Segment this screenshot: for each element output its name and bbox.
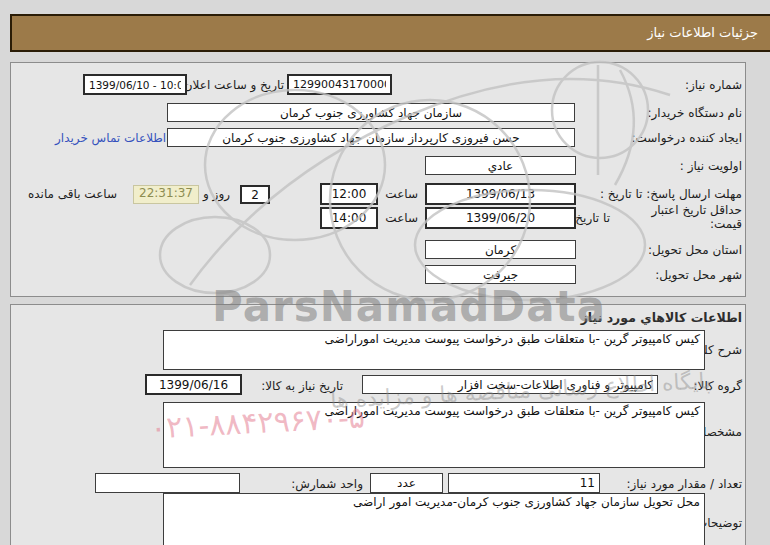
request-creator-label: ایجاد کننده درخواست: bbox=[631, 131, 742, 145]
countdown-label: ساعت باقی مانده bbox=[28, 187, 117, 201]
page: { "header": { "title": "جزئیات اطلاعات ن… bbox=[0, 0, 770, 545]
unit-input[interactable] bbox=[370, 473, 443, 493]
reply-deadline-label: مهلت ارسال پاسخ: تا تاریخ : bbox=[600, 187, 742, 201]
announce-datetime-input[interactable] bbox=[83, 74, 187, 95]
priority-label: اولویت نیاز : bbox=[680, 159, 742, 173]
city-label: شهر محل تحویل: bbox=[655, 268, 742, 282]
goods-group-label: گروه کالا: bbox=[694, 379, 743, 393]
city-input[interactable] bbox=[425, 265, 576, 284]
unit-extra-input[interactable] bbox=[95, 473, 240, 493]
buyer-notes-textarea[interactable]: محل تحویل سازمان جهاد کشاورزی جنوب کرمان… bbox=[163, 493, 705, 545]
unit-label: واحد شمارش: bbox=[291, 477, 363, 491]
buyer-org-label: نام دستگاه خریدار: bbox=[648, 106, 743, 120]
goods-group-input[interactable] bbox=[362, 375, 658, 394]
request-creator-input[interactable] bbox=[167, 128, 575, 147]
reply-deadline-hour-label: ساعت bbox=[385, 187, 418, 201]
general-desc-textarea[interactable]: کیس کامپیوتر گرین -با متعلقات طبق درخواس… bbox=[163, 330, 705, 370]
priority-input[interactable] bbox=[425, 156, 576, 175]
price-validity-hour-label: ساعت bbox=[385, 211, 418, 225]
reply-deadline-time-input[interactable] bbox=[320, 183, 378, 205]
countdown-timer: 22:31:37 bbox=[133, 185, 199, 204]
need-date-label: تاریخ نیاز به کالا: bbox=[261, 379, 343, 393]
province-label: استان محل تحویل: bbox=[648, 243, 742, 257]
price-validity-date-input[interactable] bbox=[425, 207, 576, 229]
quantity-label: تعداد / مقدار مورد نیاز: bbox=[626, 477, 742, 491]
price-validity-time-input[interactable] bbox=[320, 207, 378, 229]
quantity-input[interactable] bbox=[448, 473, 600, 493]
buyer-org-input[interactable] bbox=[167, 103, 575, 122]
buyer-contact-link[interactable]: اطلاعات تماس خریدار bbox=[55, 131, 166, 145]
goods-section-title: اطلاعات کالاهاي مورد نیاز bbox=[581, 310, 742, 325]
need-date-input[interactable] bbox=[145, 374, 242, 395]
price-validity-label: حداقل تاریخ اعتبار قیمت: bbox=[620, 203, 742, 231]
need-info-panel bbox=[10, 62, 746, 297]
specs-textarea[interactable]: کیس کامپیوتر گرین -با متعلقات طبق درخواس… bbox=[163, 402, 705, 468]
remaining-days-input[interactable] bbox=[240, 185, 270, 204]
page-title: جزئیات اطلاعات نیاز bbox=[10, 14, 770, 52]
remaining-days-label: روز و bbox=[203, 187, 230, 201]
province-input[interactable] bbox=[425, 240, 576, 259]
need-number-input[interactable] bbox=[287, 74, 392, 95]
need-number-label: شماره نیاز: bbox=[685, 78, 742, 92]
reply-deadline-date-input[interactable] bbox=[425, 183, 576, 205]
